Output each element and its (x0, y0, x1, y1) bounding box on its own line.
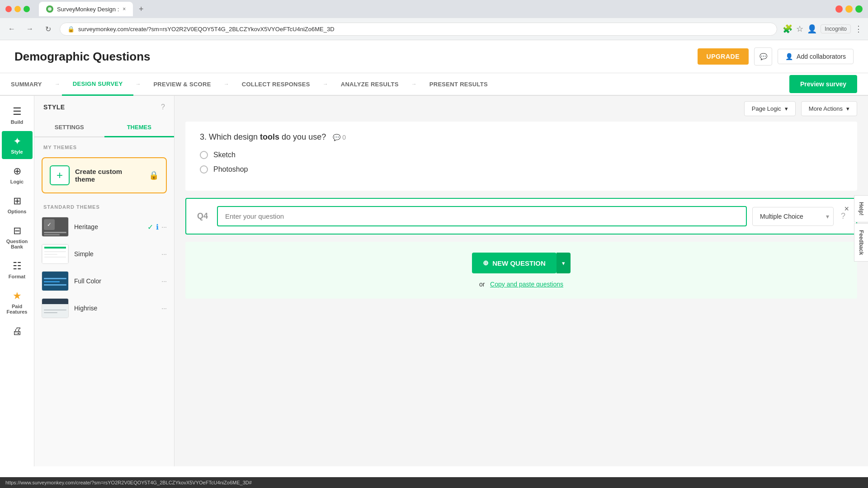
maximize-button[interactable] (24, 6, 30, 12)
more-actions-button[interactable]: More Actions ▾ (801, 101, 857, 116)
panel-tabs: SETTINGS THEMES (34, 118, 174, 137)
new-question-button[interactable]: ⊕ NEW QUESTION (472, 253, 557, 273)
question-3-bold: tools (260, 132, 279, 141)
feedback-tab[interactable]: Feedback (854, 223, 868, 262)
fullcolor-actions: ··· (161, 277, 167, 285)
q4-row: Q4 Multiple Choice Checkbox Dropdown Rat… (197, 206, 845, 226)
messages-button[interactable]: 💬 (754, 47, 772, 66)
minimize-button[interactable] (14, 6, 21, 12)
q4-question-input[interactable] (217, 206, 747, 226)
paid-features-icon: ★ (13, 290, 22, 302)
simple-more-icon[interactable]: ··· (161, 250, 167, 258)
heritage-more-icon[interactable]: ··· (161, 223, 167, 230)
heritage-name: Heritage (74, 223, 142, 230)
forward-button[interactable]: → (24, 23, 36, 35)
fullcolor-more-icon[interactable]: ··· (161, 277, 167, 285)
q4-number: Q4 (197, 211, 212, 221)
highrise-thumbnail (42, 298, 69, 318)
sidebar-item-logic[interactable]: ⊕ Logic (2, 161, 33, 189)
theme-heritage[interactable]: ✓ Heritage ✓ ℹ ··· (34, 213, 174, 240)
tab-summary[interactable]: SUMMARY (0, 74, 53, 95)
sidebar-item-question-bank[interactable]: ⊟ Question Bank (2, 221, 33, 254)
upgrade-button[interactable]: UPGRADE (698, 48, 749, 65)
active-tab[interactable]: SurveyMonkey Design : × (39, 2, 133, 16)
simple-name: Simple (74, 250, 156, 258)
lock-icon: 🔒 (67, 26, 75, 33)
url-text: surveymonkey.com/create/?sm=rsYO2R2V0EQO… (78, 26, 335, 33)
arrow-4: → (321, 81, 330, 87)
question-3-text-pre: Which design (209, 132, 260, 141)
tab-preview-score[interactable]: PREVIEW & SCORE (142, 74, 222, 95)
reload-button[interactable]: ↻ (42, 23, 54, 35)
theme-simple[interactable]: Simple ··· (34, 240, 174, 267)
new-question-dropdown-button[interactable]: ▾ (557, 253, 571, 273)
sidebar-item-options[interactable]: ⊞ Options (2, 191, 33, 219)
extensions-icon[interactable]: 🧩 (783, 24, 793, 34)
help-tab[interactable]: Help! (854, 195, 868, 222)
option-photoshop-label: Photoshop (213, 165, 248, 174)
tab-design-survey[interactable]: DESIGN SURVEY (62, 73, 134, 96)
theme-highrise[interactable]: Highrise ··· (34, 295, 174, 322)
profile-icon[interactable]: 👤 (807, 24, 817, 34)
more-actions-arrow-icon: ▾ (846, 105, 849, 112)
fullcolor-name: Full Color (74, 277, 156, 285)
theme-fullcolor[interactable]: Full Color ··· (34, 267, 174, 295)
tab-collect-responses[interactable]: COLLECT RESPONSES (231, 74, 321, 95)
window-maximize[interactable] (855, 5, 863, 13)
back-button[interactable]: ← (5, 23, 18, 35)
heritage-info-icon[interactable]: ℹ (156, 223, 159, 231)
highrise-name: Highrise (74, 305, 156, 312)
comment-count: 0 (342, 134, 346, 141)
logic-icon: ⊕ (13, 165, 21, 177)
copy-paste-row: or Copy and paste questions (479, 281, 563, 288)
radio-photoshop[interactable] (200, 165, 208, 174)
tab-favicon (46, 5, 53, 13)
content-toolbar: Page Logic ▾ More Actions ▾ (175, 96, 868, 122)
option-sketch-label: Sketch (213, 151, 236, 159)
sidebar-item-format[interactable]: ☷ Format (2, 256, 33, 284)
create-custom-theme-label: Create custom theme (75, 168, 143, 183)
preview-survey-button[interactable]: Preview survey (789, 75, 857, 93)
sidebar-item-print[interactable]: 🖨 (2, 321, 33, 343)
style-help-icon[interactable]: ? (161, 103, 165, 111)
radio-sketch[interactable] (200, 151, 208, 159)
tab-analyze-results[interactable]: ANALYZE RESULTS (330, 74, 410, 95)
copy-paste-link[interactable]: Copy and paste questions (490, 281, 563, 288)
new-question-plus-icon: ⊕ (483, 259, 489, 267)
collab-icon: 👤 (785, 53, 793, 60)
tab-bar: SurveyMonkey Design : × + (33, 2, 832, 16)
page-logic-button[interactable]: Page Logic ▾ (744, 101, 796, 116)
my-themes-label: MY THEMES (34, 137, 174, 154)
add-collaborators-label: Add collaborators (797, 53, 846, 60)
tab-present-results[interactable]: PRESENT RESULTS (419, 74, 499, 95)
close-add-question-button[interactable]: × (844, 204, 849, 214)
new-tab-button[interactable]: + (135, 3, 147, 15)
sidebar-item-build[interactable]: ☰ Build (2, 101, 33, 129)
highrise-more-icon[interactable]: ··· (161, 305, 167, 312)
q4-question-type-select[interactable]: Multiple Choice Checkbox Dropdown Rating… (752, 207, 834, 226)
incognito-badge: Incognito (821, 24, 851, 33)
messages-icon: 💬 (760, 53, 767, 60)
bookmark-icon[interactable]: ☆ (796, 24, 803, 34)
header-actions: UPGRADE 💬 👤 Add collaborators (698, 47, 854, 66)
sidebar-item-paid-features[interactable]: ★ Paid Features (2, 286, 33, 319)
address-bar[interactable]: 🔒 surveymonkey.com/create/?sm=rsYO2R2V0E… (60, 23, 777, 36)
lock-icon: 🔒 (149, 170, 159, 180)
close-button[interactable] (5, 6, 12, 12)
custom-theme-plus-icon: + (50, 165, 70, 185)
heritage-thumbnail: ✓ (42, 217, 69, 237)
browser-chrome: SurveyMonkey Design : × + ← → ↻ 🔒 survey… (0, 0, 868, 40)
settings-tab[interactable]: SETTINGS (34, 118, 104, 136)
question-comment-icon[interactable]: 💬 0 (333, 134, 346, 141)
window-minimize[interactable] (845, 5, 853, 13)
sidebar-item-style[interactable]: ✦ Style (2, 131, 33, 159)
heritage-actions: ✓ ℹ ··· (147, 223, 167, 231)
window-close[interactable] (835, 5, 843, 13)
tab-close-icon[interactable]: × (123, 6, 126, 12)
create-custom-theme-card[interactable]: + Create custom theme 🔒 (42, 157, 167, 193)
option-photoshop: Photoshop (200, 165, 843, 174)
themes-tab[interactable]: THEMES (104, 118, 175, 137)
or-text: or (479, 281, 485, 288)
menu-icon[interactable]: ⋮ (854, 24, 863, 34)
add-collaborators-button[interactable]: 👤 Add collaborators (778, 49, 854, 64)
